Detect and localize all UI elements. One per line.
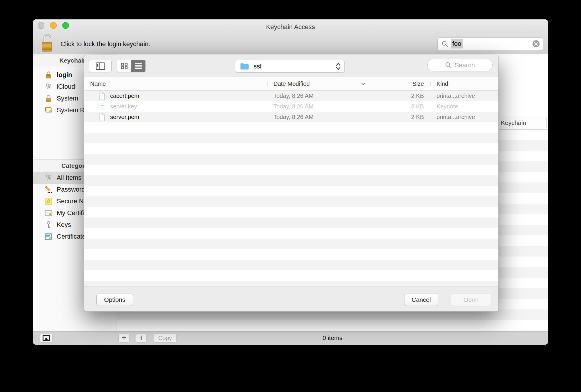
- dialog-search-input[interactable]: Search: [427, 59, 493, 71]
- file-table-header: Name Date Modified Size Kind: [84, 77, 498, 91]
- folder-select-value: ssl: [253, 63, 261, 70]
- column-divider: [546, 118, 547, 128]
- keynote-icon: [98, 102, 106, 111]
- search-icon: [445, 62, 452, 68]
- file-row-server-pem[interactable]: server.pem Today, 8:26 AM 2 KB printa...…: [84, 112, 498, 122]
- keys-icon: [44, 173, 53, 182]
- statusbar: + i Copy 0 items: [33, 331, 548, 345]
- grid-view-icon: [121, 63, 128, 69]
- items-count: 0 items: [323, 331, 342, 345]
- file-list: cacert.pem Today, 8:26 AM 2 KB printa...…: [84, 91, 498, 287]
- secure-note-icon: [44, 197, 53, 206]
- sidebar-toggle-icon: [96, 62, 105, 70]
- folder-select[interactable]: ssl: [235, 60, 345, 73]
- unlocked-padlock-icon: [44, 71, 53, 79]
- folder-icon: [240, 63, 249, 70]
- plus-icon: +: [122, 333, 126, 342]
- password-pencil-icon: [44, 185, 53, 194]
- search-value: foo: [451, 39, 463, 48]
- document-icon: [98, 91, 106, 100]
- locked-padlock-icon: [44, 94, 53, 103]
- list-view-icon: [135, 63, 142, 69]
- info-button[interactable]: i: [136, 334, 147, 343]
- search-icon: [441, 41, 448, 47]
- open-file-dialog: ssl Search Name Date Modified Size Kind: [84, 55, 498, 311]
- column-header-kind[interactable]: Kind: [436, 81, 448, 87]
- column-header-date-modified[interactable]: Date Modified: [273, 81, 310, 87]
- certificate-stack-icon: [44, 106, 53, 115]
- cancel-button[interactable]: Cancel: [404, 294, 438, 306]
- panel-triangle-icon: [43, 335, 50, 341]
- copy-button[interactable]: Copy: [154, 334, 177, 343]
- certificate-icon: [44, 232, 53, 241]
- key-icon: [44, 220, 53, 229]
- keychain-column-header[interactable]: Keychain: [501, 119, 526, 126]
- view-mode-segmented-control: [117, 60, 146, 72]
- file-row-server-key[interactable]: server.key Today, 8:26 AM 3 KB Keynote: [84, 101, 498, 112]
- keys-icon: [44, 82, 53, 91]
- dialog-sidebar-toggle-button[interactable]: [89, 60, 112, 72]
- clear-search-icon[interactable]: [532, 40, 540, 48]
- screen: Keychain Access Click to lock the login …: [0, 0, 581, 392]
- lock-message: Click to lock the login keychain.: [61, 40, 150, 48]
- search-input[interactable]: foo: [437, 37, 543, 50]
- list-view-button[interactable]: [131, 60, 145, 72]
- column-header-name[interactable]: Name: [90, 81, 106, 87]
- titlebar: Keychain Access Click to lock the login …: [33, 19, 548, 54]
- search-placeholder: Search: [454, 61, 475, 69]
- chevron-up-down-icon: [336, 62, 341, 71]
- document-icon: [98, 113, 106, 121]
- open-button[interactable]: Open: [451, 294, 491, 306]
- my-certificate-icon: [44, 209, 53, 217]
- column-header-size[interactable]: Size: [377, 81, 424, 87]
- info-icon: i: [140, 334, 142, 342]
- sort-chevron-icon: [361, 82, 365, 86]
- window-title: Keychain Access: [33, 23, 548, 31]
- unlocked-padlock-icon[interactable]: [40, 32, 53, 52]
- file-row-cacert-pem[interactable]: cacert.pem Today, 8:26 AM 2 KB printa...…: [84, 91, 498, 101]
- keychains-panel-toggle-button[interactable]: [40, 334, 53, 343]
- options-button[interactable]: Options: [96, 294, 133, 306]
- icon-view-button[interactable]: [117, 60, 131, 72]
- add-item-button[interactable]: +: [118, 334, 130, 343]
